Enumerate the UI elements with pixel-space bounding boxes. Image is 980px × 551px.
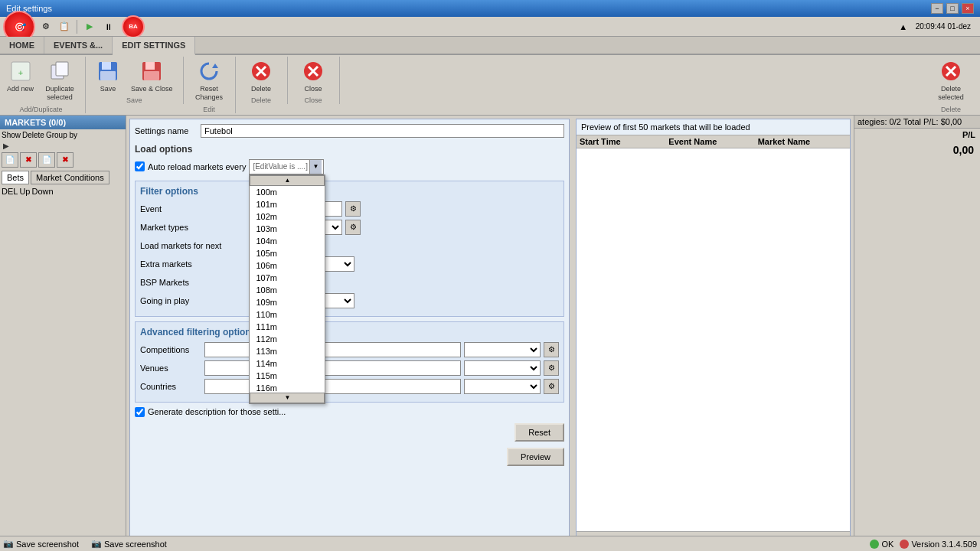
competitions-input[interactable] xyxy=(204,342,461,357)
camera-icon2: 📷 xyxy=(91,539,102,549)
dropdown-scroll-up-btn[interactable]: ▲ xyxy=(250,175,325,186)
tab-edit-settings[interactable]: EDIT SETTINGS xyxy=(113,37,195,55)
top-nav: 🎯 ⚙ 📋 ▶ ⏸ BA ▲ 20:09:44 01-dez xyxy=(0,17,980,37)
reset-changes-button[interactable]: Reset Changes xyxy=(190,57,228,104)
extra-markets-row: Extra markets - xyxy=(140,256,559,272)
dropdown-item[interactable]: 115m xyxy=(250,370,325,382)
dropdown-item[interactable]: 111m xyxy=(250,321,325,333)
market-types-settings-icon[interactable]: ⚙ xyxy=(345,220,361,235)
dropdown-item[interactable]: 109m xyxy=(250,296,325,308)
save-close-label: Save & Close xyxy=(131,85,173,93)
preview-table-header: Start Time Event Name Market Name xyxy=(577,135,850,148)
tab-events[interactable]: EVENTS &... xyxy=(44,37,113,54)
auto-reload-dropdown-trigger[interactable]: [EditValue is ....] ▼ xyxy=(249,159,324,174)
dropdown-item[interactable]: 104m xyxy=(250,235,325,247)
dropdown-item[interactable]: 100m xyxy=(250,186,325,198)
dropdown-item[interactable]: 101m xyxy=(250,198,325,210)
camera-icon: 📷 xyxy=(3,539,14,549)
venues-input[interactable] xyxy=(204,360,461,376)
preview-col-market: Market Name xyxy=(758,137,847,146)
preview-col-event: Event Name xyxy=(668,137,757,146)
countries-select[interactable] xyxy=(464,379,541,394)
dropdown-item[interactable]: 107m xyxy=(250,272,325,284)
ribbon-group-edit: Reset Changes Edit xyxy=(190,57,236,113)
dropdown-item[interactable]: 105m xyxy=(250,247,325,259)
event-label: Event xyxy=(140,204,247,214)
save-group-label: Save xyxy=(126,96,142,104)
tab-market-conditions[interactable]: Market Conditions xyxy=(31,171,109,184)
sidebar-icons-group1: 📄 ✖ xyxy=(2,152,37,168)
svg-rect-6 xyxy=(100,71,116,80)
preview-button[interactable]: Preview xyxy=(507,448,564,466)
filter-options-section: Filter options Event ⚙ Market types ⚙ xyxy=(135,181,564,317)
minimize-button[interactable]: − xyxy=(931,3,943,14)
ribbon-group-close: Close Close xyxy=(294,57,340,104)
settings-name-input[interactable] xyxy=(201,124,564,138)
version-label: Version 3.1.4.509 xyxy=(911,540,977,549)
going-in-play-label: Going in play xyxy=(140,296,247,305)
save-button[interactable]: Save xyxy=(92,57,124,95)
sidebar-icon-btn2[interactable]: 📄 xyxy=(38,152,55,168)
delete-selected-button[interactable]: Delete selected xyxy=(932,57,970,104)
dropdown-scroll-down-btn[interactable]: ▼ xyxy=(250,393,325,403)
venues-select[interactable] xyxy=(464,360,541,376)
dropdown-item[interactable]: 110m xyxy=(250,308,325,321)
maximize-button[interactable]: □ xyxy=(946,3,959,14)
dropdown-item[interactable]: 112m xyxy=(250,333,325,345)
nav-icon-copy[interactable]: 📋 xyxy=(57,19,72,34)
sidebar-red-x2[interactable]: ✖ xyxy=(57,152,74,168)
delete-button[interactable]: Delete xyxy=(245,57,277,95)
nav-icon-play[interactable]: ▶ xyxy=(82,19,97,34)
venues-settings-icon[interactable]: ⚙ xyxy=(544,360,559,376)
load-markets-label: Load markets for next xyxy=(140,241,247,250)
add-new-label: Add new xyxy=(7,85,34,93)
nav-up-icon[interactable]: ▲ xyxy=(896,19,911,34)
save-screenshot-item: 📷 Save screenshot xyxy=(3,539,79,549)
countries-settings-icon[interactable]: ⚙ xyxy=(544,379,559,394)
dropdown-item[interactable]: 114m xyxy=(250,357,325,370)
dropdown-item[interactable]: 106m xyxy=(250,259,325,272)
close-icon xyxy=(301,59,325,83)
competitions-select[interactable] xyxy=(464,342,541,357)
reset-changes-label: Reset Changes xyxy=(194,85,224,102)
load-markets-row: Load markets for next xyxy=(140,238,559,253)
dropdown-list: 100m101m102m103m104m105m106m107m108m109m… xyxy=(250,186,325,393)
add-new-icon: + xyxy=(8,59,33,83)
competitions-settings-icon[interactable]: ⚙ xyxy=(544,342,559,357)
preview-panel: Preview of first 50 markets that will be… xyxy=(576,119,851,548)
add-new-button[interactable]: + Add new xyxy=(3,57,38,104)
countries-input[interactable] xyxy=(204,379,461,394)
delete-label: Delete xyxy=(251,85,271,93)
venues-row: Venues ⚙ xyxy=(140,360,559,376)
auto-reload-label: Auto reload markets every xyxy=(148,162,246,171)
svg-text:+: + xyxy=(18,68,22,77)
ribbon-group-delete2: Delete selected Delete xyxy=(931,57,977,113)
dropdown-item[interactable]: 103m xyxy=(250,223,325,235)
sidebar-red-x1[interactable]: ✖ xyxy=(20,152,37,168)
dropdown-item[interactable]: 102m xyxy=(250,210,325,223)
save-icon xyxy=(96,59,120,83)
version-indicator xyxy=(900,540,909,549)
save-close-button[interactable]: Save & Close xyxy=(127,57,177,95)
load-options-section: Load options Auto reload markets every [… xyxy=(135,144,564,174)
event-settings-icon[interactable]: ⚙ xyxy=(345,201,361,217)
nav-icon-settings[interactable]: ⚙ xyxy=(38,19,54,34)
generate-desc-checkbox[interactable] xyxy=(135,407,145,417)
dropdown-item[interactable]: 116m xyxy=(250,382,325,393)
save-screenshot-item2: 📷 Save screenshot xyxy=(91,539,167,549)
close-button[interactable]: Close xyxy=(297,57,329,95)
auto-reload-checkbox[interactable] xyxy=(135,161,145,171)
markets-header: MARKETS (0/0) xyxy=(0,116,126,129)
duplicate-button[interactable]: Duplicate selected xyxy=(41,57,79,104)
close-window-button[interactable]: × xyxy=(962,3,974,14)
dropdown-item[interactable]: 108m xyxy=(250,284,325,296)
settings-name-label: Settings name xyxy=(135,126,196,135)
dropdown-item[interactable]: 113m xyxy=(250,345,325,357)
sidebar-icon-btn1[interactable]: 📄 xyxy=(2,152,18,168)
competitions-label: Competitions xyxy=(140,345,201,354)
tab-home[interactable]: HOME xyxy=(0,37,44,54)
clock-display: 20:09:44 01-dez xyxy=(916,22,971,31)
nav-icon-pause[interactable]: ⏸ xyxy=(100,19,116,34)
tab-bets[interactable]: Bets xyxy=(2,171,29,184)
reset-button[interactable]: Reset xyxy=(514,423,564,442)
